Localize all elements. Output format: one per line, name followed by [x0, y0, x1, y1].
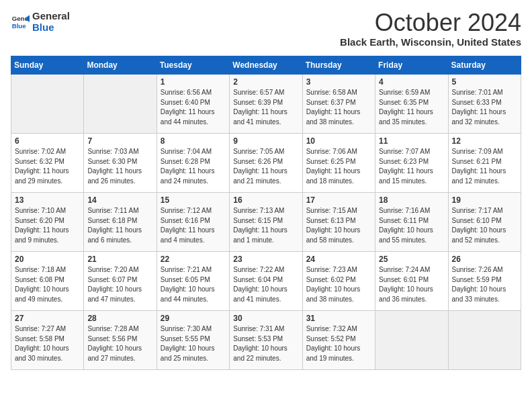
day-number: 16	[233, 195, 298, 205]
day-info: Sunrise: 7:30 AMSunset: 5:55 PMDaylight:…	[161, 324, 226, 363]
sunrise-text: Sunrise: 7:27 AM	[15, 324, 80, 334]
table-row	[448, 311, 521, 370]
table-row: 21Sunrise: 7:20 AMSunset: 6:07 PMDayligh…	[84, 252, 157, 311]
sunrise-text: Sunrise: 7:23 AM	[306, 265, 371, 275]
daylight-text: Daylight: 10 hours and 19 minutes.	[306, 344, 371, 363]
table-row: 17Sunrise: 7:15 AMSunset: 6:13 PMDayligh…	[302, 193, 375, 252]
logo: General Blue General Blue	[11, 11, 70, 33]
sunrise-text: Sunrise: 7:01 AM	[452, 88, 517, 98]
day-number: 31	[306, 314, 371, 323]
day-number: 20	[15, 255, 80, 264]
day-info: Sunrise: 7:28 AMSunset: 5:56 PMDaylight:…	[87, 324, 152, 363]
table-row: 30Sunrise: 7:31 AMSunset: 5:53 PMDayligh…	[230, 311, 302, 370]
day-number: 17	[306, 195, 371, 205]
sunrise-text: Sunrise: 7:22 AM	[233, 265, 298, 275]
month-title: October 2024	[340, 11, 521, 35]
page-header: General Blue General Blue October 2024 B…	[11, 11, 521, 48]
daylight-text: Daylight: 11 hours and 26 minutes.	[87, 167, 152, 186]
table-row: 25Sunrise: 7:24 AMSunset: 6:01 PMDayligh…	[375, 252, 448, 311]
day-info: Sunrise: 7:03 AMSunset: 6:30 PMDaylight:…	[87, 147, 152, 186]
table-row: 3Sunrise: 6:58 AMSunset: 6:37 PMDaylight…	[302, 75, 375, 134]
day-number: 15	[161, 195, 226, 205]
day-info: Sunrise: 7:24 AMSunset: 6:01 PMDaylight:…	[379, 265, 444, 304]
table-row: 11Sunrise: 7:07 AMSunset: 6:23 PMDayligh…	[375, 134, 448, 193]
day-info: Sunrise: 7:32 AMSunset: 5:52 PMDaylight:…	[306, 324, 371, 363]
daylight-text: Daylight: 10 hours and 27 minutes.	[87, 344, 152, 363]
daylight-text: Daylight: 10 hours and 38 minutes.	[306, 285, 371, 304]
table-row: 22Sunrise: 7:21 AMSunset: 6:05 PMDayligh…	[157, 252, 229, 311]
day-number: 4	[379, 77, 444, 87]
table-row: 1Sunrise: 6:56 AMSunset: 6:40 PMDaylight…	[157, 75, 229, 134]
table-row: 12Sunrise: 7:09 AMSunset: 6:21 PMDayligh…	[448, 134, 521, 193]
sunrise-text: Sunrise: 7:30 AM	[161, 324, 226, 334]
day-number: 8	[161, 136, 226, 146]
day-number: 2	[233, 77, 298, 87]
daylight-text: Daylight: 11 hours and 24 minutes.	[161, 167, 226, 186]
table-row: 9Sunrise: 7:05 AMSunset: 6:26 PMDaylight…	[230, 134, 302, 193]
sunset-text: Sunset: 6:28 PM	[161, 157, 226, 167]
day-number: 27	[15, 314, 80, 323]
day-number: 9	[233, 136, 298, 146]
day-info: Sunrise: 7:10 AMSunset: 6:20 PMDaylight:…	[15, 206, 80, 245]
calendar-week-row: 20Sunrise: 7:18 AMSunset: 6:08 PMDayligh…	[11, 252, 521, 311]
sunrise-text: Sunrise: 6:59 AM	[379, 88, 444, 98]
header-thursday: Thursday	[302, 56, 375, 75]
table-row: 24Sunrise: 7:23 AMSunset: 6:02 PMDayligh…	[302, 252, 375, 311]
header-saturday: Saturday	[448, 56, 521, 75]
day-number: 23	[233, 255, 298, 264]
sunrise-text: Sunrise: 7:28 AM	[87, 324, 152, 334]
sunrise-text: Sunrise: 7:05 AM	[233, 147, 298, 157]
day-number: 6	[15, 136, 80, 146]
header-tuesday: Tuesday	[157, 56, 229, 75]
day-info: Sunrise: 7:18 AMSunset: 6:08 PMDaylight:…	[15, 265, 80, 304]
sunset-text: Sunset: 6:35 PM	[379, 98, 444, 108]
day-number: 7	[87, 136, 152, 146]
day-info: Sunrise: 7:22 AMSunset: 6:04 PMDaylight:…	[233, 265, 298, 304]
sunset-text: Sunset: 5:53 PM	[233, 334, 298, 345]
sunrise-text: Sunrise: 7:24 AM	[379, 265, 444, 275]
sunset-text: Sunset: 6:01 PM	[379, 275, 444, 285]
day-info: Sunrise: 7:21 AMSunset: 6:05 PMDaylight:…	[161, 265, 226, 304]
daylight-text: Daylight: 11 hours and 44 minutes.	[161, 107, 226, 127]
sunrise-text: Sunrise: 7:17 AM	[452, 206, 517, 216]
sunset-text: Sunset: 6:16 PM	[161, 216, 226, 226]
table-row: 27Sunrise: 7:27 AMSunset: 5:58 PMDayligh…	[11, 311, 84, 370]
day-number: 25	[379, 255, 444, 264]
daylight-text: Daylight: 11 hours and 21 minutes.	[233, 167, 298, 186]
day-info: Sunrise: 7:09 AMSunset: 6:21 PMDaylight:…	[452, 147, 517, 186]
table-row: 6Sunrise: 7:02 AMSunset: 6:32 PMDaylight…	[11, 134, 84, 193]
day-info: Sunrise: 7:02 AMSunset: 6:32 PMDaylight:…	[15, 147, 80, 186]
table-row: 2Sunrise: 6:57 AMSunset: 6:39 PMDaylight…	[230, 75, 302, 134]
sunset-text: Sunset: 6:30 PM	[87, 157, 152, 167]
table-row: 10Sunrise: 7:06 AMSunset: 6:25 PMDayligh…	[302, 134, 375, 193]
day-number: 11	[379, 136, 444, 146]
daylight-text: Daylight: 11 hours and 29 minutes.	[15, 167, 80, 186]
day-info: Sunrise: 7:05 AMSunset: 6:26 PMDaylight:…	[233, 147, 298, 186]
sunset-text: Sunset: 6:20 PM	[15, 216, 80, 226]
daylight-text: Daylight: 10 hours and 55 minutes.	[379, 226, 444, 245]
table-row: 13Sunrise: 7:10 AMSunset: 6:20 PMDayligh…	[11, 193, 84, 252]
day-info: Sunrise: 6:58 AMSunset: 6:37 PMDaylight:…	[306, 88, 371, 127]
sunrise-text: Sunrise: 7:11 AM	[87, 206, 152, 216]
sunset-text: Sunset: 5:55 PM	[161, 334, 226, 345]
daylight-text: Daylight: 11 hours and 32 minutes.	[452, 107, 517, 127]
sunset-text: Sunset: 6:04 PM	[233, 275, 298, 285]
calendar-week-row: 27Sunrise: 7:27 AMSunset: 5:58 PMDayligh…	[11, 311, 521, 370]
sunrise-text: Sunrise: 7:04 AM	[161, 147, 226, 157]
day-number: 26	[452, 255, 517, 264]
table-row: 8Sunrise: 7:04 AMSunset: 6:28 PMDaylight…	[157, 134, 229, 193]
sunset-text: Sunset: 6:18 PM	[87, 216, 152, 226]
sunset-text: Sunset: 6:13 PM	[306, 216, 371, 226]
location-title: Black Earth, Wisconsin, United States	[340, 36, 521, 48]
day-number: 3	[306, 77, 371, 87]
day-number: 18	[379, 195, 444, 205]
sunset-text: Sunset: 6:39 PM	[233, 98, 298, 108]
table-row: 23Sunrise: 7:22 AMSunset: 6:04 PMDayligh…	[230, 252, 302, 311]
svg-text:Blue: Blue	[12, 21, 26, 29]
sunrise-text: Sunrise: 6:58 AM	[306, 88, 371, 98]
day-info: Sunrise: 7:27 AMSunset: 5:58 PMDaylight:…	[15, 324, 80, 363]
daylight-text: Daylight: 11 hours and 4 minutes.	[161, 226, 226, 245]
table-row	[11, 75, 84, 134]
sunset-text: Sunset: 5:56 PM	[87, 334, 152, 345]
daylight-text: Daylight: 11 hours and 6 minutes.	[87, 226, 152, 245]
